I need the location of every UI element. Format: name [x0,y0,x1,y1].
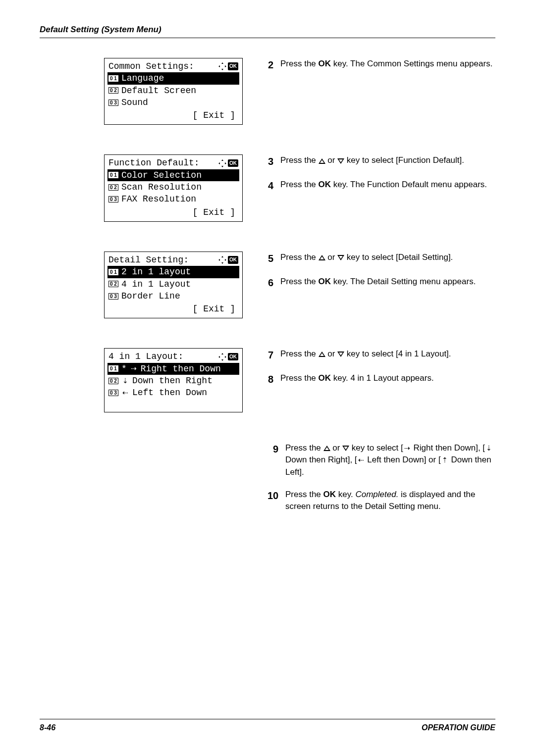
num-03-icon: 0 3 [108,390,118,396]
layout-right-down-icon: ⇢ [403,443,411,453]
step-5: 5 Press the or key to select [Detail Set… [263,252,495,266]
nav-ok-icon: OK [218,159,238,167]
step-num-9: 9 [268,442,278,479]
step-10: 10 Press the OK key. Completed. is displ… [268,489,495,513]
lcd3-item-1: 0 1 2 in 1 layout [107,266,239,278]
ok-icon: OK [228,62,238,70]
lcd2-item-1: 0 1 Color Selection [107,169,239,181]
num-03-icon: 0 3 [108,100,118,106]
num-01-icon: 0 1 [108,365,118,372]
svg-marker-0 [221,62,223,64]
svg-marker-12 [221,353,223,354]
svg-marker-10 [218,259,220,261]
svg-marker-7 [225,162,226,164]
num-02-icon: 0 2 [108,184,118,191]
content: Common Settings: OK 0 1 Language 0 2 Def… [40,58,495,513]
lcd3-item-2: 0 2 4 in 1 Layout [107,278,239,290]
lcd1-exit: [ Exit ] [107,108,239,121]
guide-label: OPERATION GUIDE [422,723,495,732]
num-01-icon: 0 1 [108,172,118,178]
layout-down-right-icon: ⇣ [121,376,129,386]
lcd4-item-1: 0 1* ⇢ Right then Down [107,363,239,375]
svg-marker-9 [221,262,223,264]
layout-left-down-icon: ⇠ [357,455,365,465]
lcd-detail-setting: Detail Setting: OK 0 1 2 in 1 layout 0 2… [104,252,243,318]
triangle-up-icon [319,158,325,164]
ok-icon: OK [228,159,238,167]
svg-marker-14 [218,356,220,358]
step-9: 9 Press the or key to select [⇢ Right th… [268,442,495,479]
step-9-text: Press the or key to select [⇢ Right then… [285,442,495,479]
step-6: 6 Press the OK key. The Detail Setting m… [263,276,495,290]
step-5-text: Press the or key to select [Detail Setti… [280,252,453,266]
svg-marker-1 [221,69,223,70]
page-number: 8-46 [40,723,55,732]
lcd2-item-3: 0 3 FAX Resolution [107,193,239,205]
step-7: 7 Press the or key to select [4 in 1 Lay… [263,348,495,362]
triangle-up-icon [323,446,330,451]
ok-icon: OK [228,256,238,264]
svg-marker-6 [218,162,220,164]
svg-marker-4 [221,159,223,161]
lcd1-item-1: 0 1 Language [107,72,239,84]
dpad-icon [218,159,226,167]
step-num-6: 6 [263,276,273,290]
num-03-icon: 0 3 [108,196,118,202]
step-10-text: Press the OK key. Completed. is displaye… [285,489,495,513]
step-num-3: 3 [263,154,273,169]
step-3-text: Press the or key to select [Function Def… [280,154,464,169]
layout-left-down-icon: ⇠ [121,388,129,398]
triangle-down-icon [337,352,344,357]
lcd-common-settings: Common Settings: OK 0 1 Language 0 2 Def… [104,58,243,125]
svg-marker-5 [221,166,223,167]
step-3: 3 Press the or key to select [Function D… [263,154,495,169]
num-03-icon: 0 3 [108,293,118,300]
step-num-7: 7 [263,348,273,362]
lcd2-title: Function Default: [108,157,200,169]
dpad-icon [218,353,226,361]
step-7-text: Press the or key to select [4 in 1 Layou… [280,348,451,362]
nav-ok-icon: OK [218,62,238,70]
svg-marker-11 [225,259,226,261]
lcd4-item-2: 0 2 ⇣ Down then Right [107,375,239,387]
layout-down-right-icon: ⇣ [485,443,493,453]
svg-marker-8 [221,256,223,257]
triangle-down-icon [342,446,349,451]
row-2: Function Default: OK 0 1 Color Selection… [104,154,495,221]
lcd-4in1-layout: 4 in 1 Layout: OK 0 1* ⇢ Right then Down… [104,348,243,412]
triangle-down-icon [337,255,344,260]
svg-marker-2 [218,65,220,67]
row-1: Common Settings: OK 0 1 Language 0 2 Def… [104,58,495,125]
dpad-icon [218,62,226,70]
step-2: 2 Press the OK key. The Common Settings … [263,58,495,72]
lcd1-title: Common Settings: [108,60,194,72]
triangle-up-icon [319,352,325,357]
svg-marker-15 [225,356,226,358]
lcd2-exit: [ Exit ] [107,205,239,218]
triangle-up-icon [319,255,325,260]
steps-tail: 9 Press the or key to select [⇢ Right th… [104,442,495,513]
lcd2-item-2: 0 2 Scan Resolution [107,181,239,193]
step-num-2: 2 [263,58,273,72]
step-num-5: 5 [263,252,273,266]
dpad-icon [218,256,226,264]
layout-right-down-icon: ⇢ [130,364,138,373]
lcd1-item-2: 0 2 Default Screen [107,85,239,97]
lcd1-item-3: 0 3 Sound [107,97,239,108]
row-3: Detail Setting: OK 0 1 2 in 1 layout 0 2… [104,252,495,318]
step-8: 8 Press the OK key. 4 in 1 Layout appear… [263,372,495,387]
page-header: Default Setting (System Menu) [40,25,495,38]
num-02-icon: 0 2 [108,281,118,287]
layout-down-left-icon: ⇡ [441,455,449,465]
step-6-text: Press the OK key. The Detail Setting men… [280,276,476,290]
selected-marker: * [121,363,127,375]
step-2-text: Press the OK key. The Common Settings me… [280,58,492,72]
lcd3-item-3: 0 3 Border Line [107,290,239,302]
ok-icon: OK [228,353,238,361]
num-02-icon: 0 2 [108,378,118,384]
step-4: 4 Press the OK key. The Function Default… [263,179,495,193]
triangle-down-icon [337,158,344,164]
step-8-text: Press the OK key. 4 in 1 Layout appears. [280,372,434,387]
lcd-function-default: Function Default: OK 0 1 Color Selection… [104,154,243,221]
lcd3-exit: [ Exit ] [107,302,239,315]
